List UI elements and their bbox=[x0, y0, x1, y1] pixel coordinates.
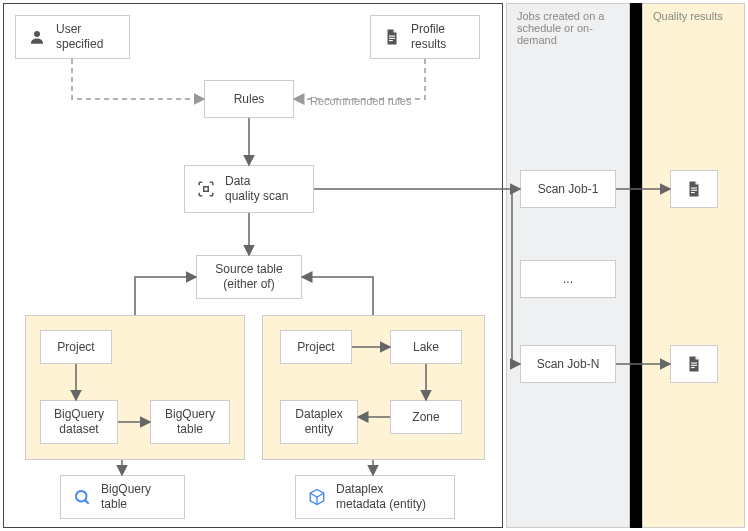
scan-job-ellipsis-label: ... bbox=[563, 272, 573, 287]
rules-card: Rules bbox=[204, 80, 294, 118]
dp-zone-label: Zone bbox=[412, 410, 439, 425]
document-icon bbox=[383, 28, 401, 46]
quality-region-title: Quality results bbox=[653, 10, 723, 22]
result-doc-n bbox=[670, 345, 718, 383]
dp-metadata-out-card: Dataplex metadata (entity) bbox=[295, 475, 455, 519]
scan-icon bbox=[197, 180, 215, 198]
bigquery-icon bbox=[73, 488, 91, 506]
dp-zone-card: Zone bbox=[390, 400, 462, 434]
bq-table-label: BigQuery table bbox=[165, 407, 215, 437]
jobs-region-title: Jobs created on a schedule or on-demand bbox=[517, 10, 629, 46]
result-doc-1 bbox=[670, 170, 718, 208]
scan-job-1-label: Scan Job-1 bbox=[538, 182, 599, 197]
user-specified-label: User specified bbox=[56, 22, 103, 52]
source-table-card: Source table (either of) bbox=[196, 255, 302, 299]
svg-rect-14 bbox=[691, 367, 695, 368]
svg-rect-12 bbox=[691, 363, 697, 364]
scan-job-n-label: Scan Job-N bbox=[537, 357, 600, 372]
bq-table-out-card: BigQuery table bbox=[60, 475, 185, 519]
gap-bar bbox=[630, 3, 642, 528]
rules-label: Rules bbox=[234, 92, 265, 107]
bq-dataset-label: BigQuery dataset bbox=[54, 407, 104, 437]
svg-rect-4 bbox=[204, 187, 209, 192]
dataplex-icon bbox=[308, 488, 326, 506]
svg-rect-3 bbox=[389, 40, 393, 41]
recommended-rules-label: Recommended rules bbox=[310, 95, 412, 107]
svg-point-5 bbox=[76, 491, 87, 502]
svg-rect-13 bbox=[691, 365, 697, 366]
dp-lake-label: Lake bbox=[413, 340, 439, 355]
source-table-label: Source table (either of) bbox=[215, 262, 282, 292]
data-quality-scan-card: Data quality scan bbox=[184, 165, 314, 213]
bq-dataset-card: BigQuery dataset bbox=[40, 400, 118, 444]
document-icon bbox=[685, 180, 703, 198]
bq-table-card: BigQuery table bbox=[150, 400, 230, 444]
svg-rect-9 bbox=[691, 188, 697, 189]
bq-table-out-label: BigQuery table bbox=[101, 482, 151, 512]
quality-region: Quality results bbox=[642, 3, 745, 528]
scan-job-n-card: Scan Job-N bbox=[520, 345, 616, 383]
dp-project-card: Project bbox=[280, 330, 352, 364]
svg-rect-2 bbox=[389, 38, 395, 39]
svg-rect-10 bbox=[691, 190, 697, 191]
data-quality-scan-label: Data quality scan bbox=[225, 174, 288, 204]
user-icon bbox=[28, 28, 46, 46]
user-specified-card: User specified bbox=[15, 15, 130, 59]
svg-point-0 bbox=[34, 31, 40, 37]
profile-results-label: Profile results bbox=[411, 22, 446, 52]
dp-metadata-out-label: Dataplex metadata (entity) bbox=[336, 482, 426, 512]
document-icon bbox=[685, 355, 703, 373]
scan-job-ellipsis-card: ... bbox=[520, 260, 616, 298]
dp-entity-label: Dataplex entity bbox=[295, 407, 342, 437]
svg-rect-1 bbox=[389, 36, 395, 37]
dp-lake-card: Lake bbox=[390, 330, 462, 364]
dp-entity-card: Dataplex entity bbox=[280, 400, 358, 444]
profile-results-card: Profile results bbox=[370, 15, 480, 59]
scan-job-1-card: Scan Job-1 bbox=[520, 170, 616, 208]
dp-project-label: Project bbox=[297, 340, 334, 355]
svg-line-6 bbox=[85, 500, 89, 504]
svg-rect-11 bbox=[691, 192, 695, 193]
bq-project-card: Project bbox=[40, 330, 112, 364]
bq-project-label: Project bbox=[57, 340, 94, 355]
